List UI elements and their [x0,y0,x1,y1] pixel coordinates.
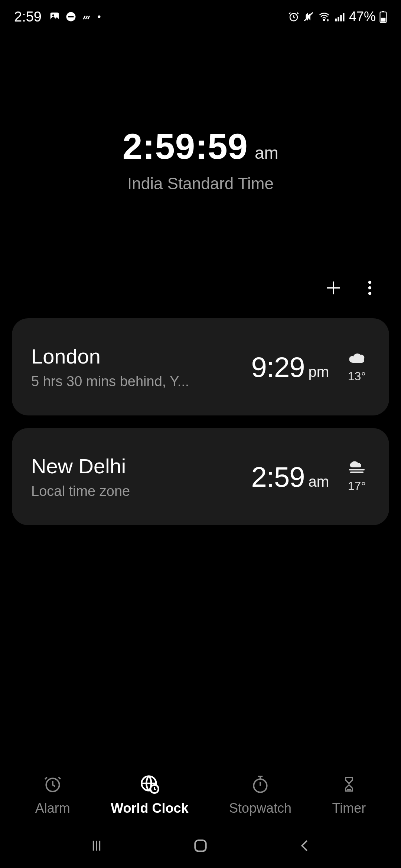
city-temp: 17° [348,479,366,493]
hero-time: 2:59:59 [123,126,248,167]
hero-ampm: am [255,143,278,163]
recents-button[interactable] [85,835,108,857]
vibrate-icon [303,11,314,22]
tab-world-clock[interactable]: World Clock [111,775,188,816]
svg-point-7 [323,19,325,21]
cloud-icon [348,351,366,364]
city-temp: 13° [348,369,366,383]
gallery-icon [49,11,60,22]
add-button[interactable] [324,278,343,297]
tab-label: Stopwatch [229,800,291,816]
signal-icon [334,11,345,22]
hero-time-row: 2:59:59 am [123,126,278,167]
battery-icon [379,10,387,23]
status-left: 2:59 [14,9,101,25]
dnd-icon [65,11,76,22]
svg-rect-24 [195,840,206,851]
more-options-button[interactable] [360,278,379,297]
back-button[interactable] [293,835,316,857]
city-time: 2:59 [251,461,305,493]
lines-icon [82,11,92,22]
city-list: London 5 hrs 30 mins behind, Y... 9:29 p… [0,318,401,525]
city-name: New Delhi [31,454,251,478]
svg-rect-18 [349,469,365,470]
bottom-tabs: Alarm World Clock Stopwatch Timer [0,775,401,816]
dot-icon [97,15,101,19]
svg-point-1 [52,14,54,16]
svg-rect-11 [343,13,344,22]
svg-rect-13 [382,11,384,12]
tab-stopwatch[interactable]: Stopwatch [229,775,291,816]
alarm-icon [288,11,299,22]
city-name: London [31,344,251,368]
status-time: 2:59 [14,9,42,25]
city-card[interactable]: New Delhi Local time zone 2:59 am 17° [12,428,389,525]
svg-point-16 [368,286,371,289]
svg-rect-8 [335,19,336,22]
stopwatch-icon [251,775,270,794]
tab-label: World Clock [111,800,188,816]
world-clock-icon [140,775,159,794]
svg-point-15 [368,281,371,284]
svg-line-6 [304,13,313,21]
city-ampm: am [308,473,329,490]
status-bar: 2:59 47% [0,0,401,30]
svg-rect-10 [340,15,342,22]
toolbar [0,278,401,318]
alarm-icon [43,775,62,794]
svg-rect-14 [381,18,386,22]
hourglass-icon [339,775,359,794]
system-nav-bar [0,823,401,868]
wifi-icon [318,11,330,22]
svg-rect-3 [68,16,74,17]
tab-label: Timer [332,800,366,816]
svg-point-17 [368,292,371,295]
svg-point-4 [98,16,100,18]
svg-rect-9 [338,17,339,22]
tab-alarm[interactable]: Alarm [35,775,70,816]
hero-timezone: India Standard Time [127,174,274,193]
svg-rect-19 [350,471,363,473]
tab-label: Alarm [35,800,70,816]
city-ampm: pm [308,364,329,380]
city-offset: 5 hrs 30 mins behind, Y... [31,374,206,389]
city-offset: Local time zone [31,483,206,499]
hero-clock: 2:59:59 am India Standard Time [0,30,401,278]
status-right: 47% [288,9,387,24]
city-time: 9:29 [251,351,305,383]
fog-icon [348,461,366,474]
city-card[interactable]: London 5 hrs 30 mins behind, Y... 9:29 p… [12,318,389,415]
tab-timer[interactable]: Timer [332,775,366,816]
battery-percent: 47% [349,9,376,24]
home-button[interactable] [189,835,212,857]
